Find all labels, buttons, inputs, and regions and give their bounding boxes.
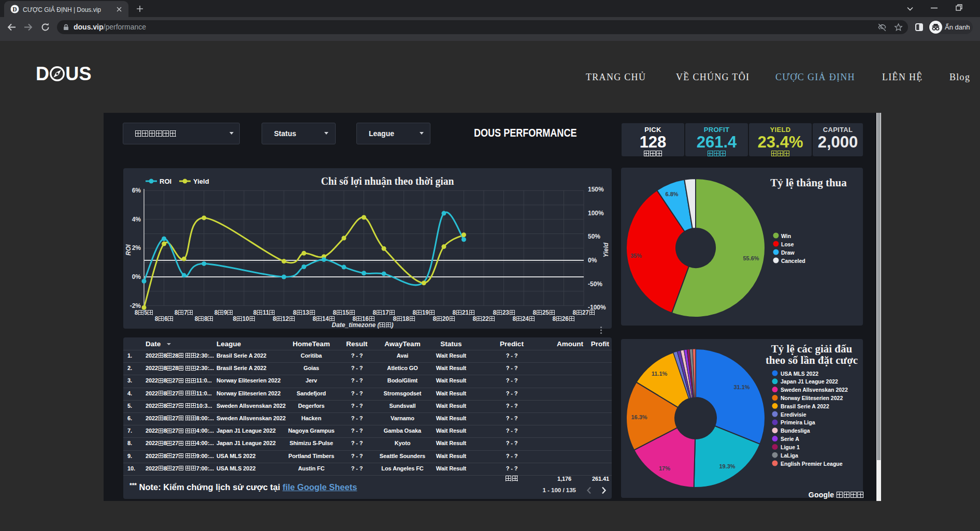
- svg-text:Ligue 1: Ligue 1: [781, 444, 800, 450]
- svg-text:6%: 6%: [132, 187, 141, 194]
- svg-text:ROI: ROI: [160, 178, 171, 185]
- svg-text:-2%: -2%: [130, 302, 141, 309]
- svg-text:0%: 0%: [588, 257, 597, 264]
- svg-text:Sweden Allsvenskan 2022: Sweden Allsvenskan 2022: [781, 387, 848, 393]
- svg-text:Bundesliga: Bundesliga: [781, 427, 810, 434]
- svg-text:USA MLS 2022: USA MLS 2022: [781, 371, 818, 377]
- svg-text:55.6%: 55.6%: [743, 255, 759, 261]
- svg-text:Yield: Yield: [193, 178, 209, 185]
- svg-text:19.3%: 19.3%: [719, 463, 735, 469]
- svg-text:Serie A: Serie A: [781, 436, 799, 442]
- svg-text:31.1%: 31.1%: [733, 384, 750, 390]
- svg-text:100%: 100%: [588, 210, 604, 217]
- svg-text:Brasil Serie A 2022: Brasil Serie A 2022: [781, 403, 829, 409]
- svg-text:35%: 35%: [630, 253, 642, 259]
- svg-text:Eredivisie: Eredivisie: [781, 411, 806, 418]
- svg-text:Primeira Liga: Primeira Liga: [781, 419, 815, 425]
- svg-text:150%: 150%: [588, 186, 604, 193]
- svg-text:Japan J1 League 2022: Japan J1 League 2022: [781, 378, 838, 385]
- svg-text:Norway Eliteserien 2022: Norway Eliteserien 2022: [781, 395, 843, 401]
- svg-text:Lose: Lose: [781, 241, 794, 247]
- svg-text:0%: 0%: [132, 273, 141, 281]
- svg-text:ROI: ROI: [125, 244, 132, 256]
- svg-text:11.1%: 11.1%: [652, 371, 668, 377]
- svg-text:2%: 2%: [132, 244, 141, 252]
- svg-text:Canceled: Canceled: [781, 258, 805, 264]
- svg-text:English Premier League: English Premier League: [781, 461, 843, 467]
- svg-text:Yield: Yield: [602, 242, 610, 257]
- svg-text:Draw: Draw: [781, 249, 795, 256]
- svg-text:Win: Win: [781, 233, 791, 239]
- svg-text:50%: 50%: [588, 233, 600, 240]
- svg-text:16.3%: 16.3%: [631, 414, 647, 420]
- svg-text:D: D: [12, 6, 17, 12]
- svg-text:17%: 17%: [659, 465, 670, 471]
- svg-text:-50%: -50%: [588, 281, 602, 288]
- svg-text:6.8%: 6.8%: [665, 191, 678, 197]
- svg-text:4%: 4%: [132, 216, 141, 223]
- svg-text:LaLiga: LaLiga: [781, 452, 798, 459]
